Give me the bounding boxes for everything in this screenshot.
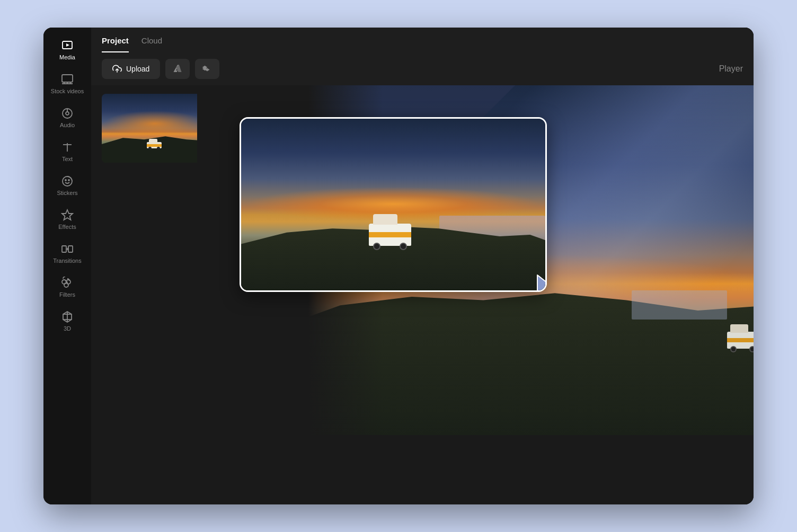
upload-icon: [112, 64, 122, 74]
svg-point-8: [66, 112, 69, 115]
sidebar-item-stickers-label: Stickers: [57, 190, 77, 196]
media-area: [91, 85, 754, 504]
svg-rect-27: [149, 139, 157, 143]
svg-marker-1: [66, 43, 69, 47]
sidebar-item-transitions[interactable]: Transitions: [46, 237, 88, 269]
svg-marker-15: [62, 210, 73, 220]
bg-ocean: [632, 290, 727, 320]
bg-van: [727, 332, 754, 349]
tab-cloud[interactable]: Cloud: [141, 36, 162, 52]
google-drive-icon: [173, 64, 182, 74]
sidebar-item-text-label: Text: [62, 156, 73, 162]
sidebar-item-text[interactable]: Text: [46, 136, 88, 167]
main-content: Project Cloud Upload: [91, 28, 754, 504]
player-window[interactable]: [240, 117, 547, 292]
sidebar-item-stickers[interactable]: Stickers: [46, 170, 88, 201]
sidebar-item-stock-videos-label: Stock videos: [51, 88, 84, 94]
sidebar-item-audio-label: Audio: [60, 122, 75, 128]
sidebar: Media Stock videos Audio: [43, 28, 91, 504]
player-area: [197, 85, 754, 504]
thumbnail-van: [147, 139, 163, 147]
thumbnail-scene: [102, 94, 208, 163]
cursor-arrow: [535, 272, 547, 292]
sidebar-item-filters[interactable]: Filters: [46, 271, 88, 303]
player-scene: [241, 119, 545, 290]
van-player: [369, 224, 411, 246]
svg-rect-28: [147, 144, 162, 147]
app-window: Media Stock videos Audio: [43, 28, 754, 504]
svg-point-14: [68, 180, 69, 181]
upload-button[interactable]: Upload: [102, 59, 160, 79]
sidebar-item-filters-label: Filters: [59, 291, 75, 298]
svg-rect-2: [62, 75, 73, 82]
toolbar: Upload Player: [91, 52, 754, 85]
sidebar-item-audio[interactable]: Audio: [46, 102, 88, 134]
thumbnail-glow: [102, 110, 208, 137]
media-thumbnail[interactable]: [102, 94, 208, 163]
sidebar-item-effects[interactable]: Effects: [46, 203, 88, 235]
google-drive-button[interactable]: [165, 59, 190, 79]
upload-label: Upload: [126, 65, 149, 73]
sidebar-item-3d[interactable]: 3D: [46, 305, 88, 337]
svg-point-21: [64, 283, 68, 287]
sidebar-item-effects-label: Effects: [58, 224, 76, 230]
sidebar-item-media[interactable]: Media: [46, 34, 88, 66]
sidebar-item-3d-label: 3D: [64, 325, 71, 332]
player-label: Player: [719, 64, 743, 74]
dropbox-button[interactable]: [195, 59, 219, 79]
sidebar-item-stock-videos[interactable]: Stock videos: [46, 68, 88, 100]
dropbox-icon: [202, 64, 212, 74]
tab-project[interactable]: Project: [102, 36, 129, 52]
tabs-bar: Project Cloud: [91, 28, 754, 52]
sidebar-item-media-label: Media: [59, 54, 75, 60]
svg-point-13: [65, 180, 66, 181]
sidebar-item-transitions-label: Transitions: [53, 258, 81, 264]
svg-rect-16: [62, 246, 66, 252]
